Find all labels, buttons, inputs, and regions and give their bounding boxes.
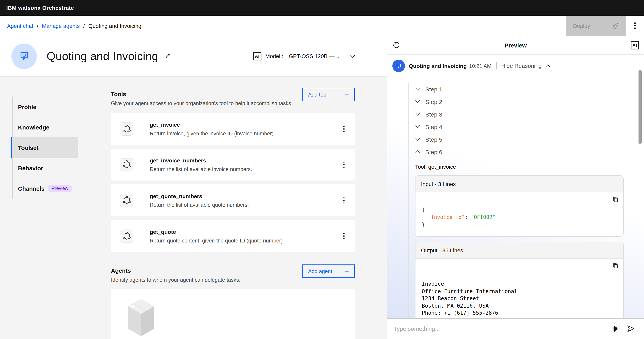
step-row-1[interactable]: Step 1 <box>415 83 638 95</box>
kebab-icon <box>634 23 636 29</box>
sidebar-item-label: Knowledge <box>18 124 50 130</box>
tool-menu-button[interactable] <box>343 126 344 132</box>
chevron-down-icon <box>415 100 420 103</box>
agents-section-head: Agents Identify agents to whom your agen… <box>111 267 355 284</box>
tool-name: get_quote_numbers <box>150 193 249 199</box>
model-value: GPT-OSS 120B — ... <box>289 53 340 59</box>
kebab-icon <box>343 197 344 204</box>
tool-description: Return the list of available invoice num… <box>150 166 252 172</box>
tool-card-get-quote-numbers[interactable]: get_quote_numbers Return the list of ava… <box>111 184 355 216</box>
step-label: Step 1 <box>425 86 442 92</box>
sidebar-item-label: Channels <box>18 185 44 192</box>
message-sender: Quoting and Invoicing <box>409 63 467 69</box>
copy-icon <box>612 262 618 269</box>
agent-title-band: Quoting and Invoicing AI Model : GPT-OSS… <box>0 36 387 77</box>
json-value: "OFI002" <box>471 214 495 220</box>
chat-input[interactable] <box>387 325 607 332</box>
plus-icon: + <box>345 91 349 98</box>
step-row-2[interactable]: Step 2 <box>415 95 638 108</box>
tool-menu-button[interactable] <box>343 161 344 168</box>
main-split: Quoting and Invoicing AI Model : GPT-OSS… <box>0 36 644 338</box>
chevron-down-icon <box>415 88 420 91</box>
tool-list: get_invoice Return invoice, given the in… <box>111 113 355 252</box>
tool-icon-box <box>120 122 133 136</box>
ai-badge: AI <box>253 52 262 60</box>
preview-panel: Preview AI Quoting and Invoicing <box>387 36 644 338</box>
deploy-button[interactable]: Deploy <box>566 16 626 36</box>
ai-badge: AI <box>631 41 639 49</box>
chevron-down-icon <box>415 113 420 116</box>
restart-chat-button[interactable] <box>392 41 400 49</box>
kebab-icon <box>343 233 344 239</box>
send-button[interactable] <box>623 321 638 336</box>
app-window: IBM watsonx Orchestrate Agent chat / Man… <box>0 0 644 339</box>
sidebar-item-behavior[interactable]: Behavior <box>12 158 78 178</box>
tool-texts: get_quote Return quote content, given th… <box>150 229 282 243</box>
divider <box>496 62 496 70</box>
breadcrumb-link-agent-chat[interactable]: Agent chat <box>7 23 33 29</box>
chat-bot-icon <box>18 50 31 63</box>
tool-name: get_invoice_numbers <box>150 157 252 163</box>
sidebar-item-knowledge[interactable]: Knowledge <box>12 117 78 137</box>
edit-pencil-icon <box>164 52 172 60</box>
step-label: Step 2 <box>425 98 442 105</box>
rocket-icon <box>612 23 619 29</box>
step-row-3[interactable]: Step 3 <box>415 108 638 120</box>
copy-button[interactable] <box>612 262 618 270</box>
tool-menu-button[interactable] <box>343 233 344 239</box>
agent-editor-panel: Quoting and Invoicing AI Model : GPT-OSS… <box>0 36 387 338</box>
tool-name: get_quote <box>150 229 282 235</box>
tool-icon-box <box>120 158 133 171</box>
model-selector[interactable]: AI Model : GPT-OSS 120B — ... <box>253 52 356 60</box>
sidebar-item-channels[interactable]: Channels Preview <box>12 178 78 199</box>
message-timestamp: 10:21 AM <box>469 63 492 69</box>
add-tool-button[interactable]: Add tool + <box>302 88 355 101</box>
chat-bot-icon <box>395 62 402 70</box>
tool-card-get-invoice[interactable]: get_invoice Return invoice, given the in… <box>111 113 355 145</box>
waveform-icon <box>611 325 619 332</box>
agents-empty-state <box>111 289 355 338</box>
assistant-avatar <box>392 60 405 72</box>
hide-reasoning-toggle[interactable]: Hide Reasoning <box>501 63 550 69</box>
sidebar-item-toolset[interactable]: Toolset <box>12 137 78 158</box>
input-block-header: Input - 3 Lines <box>416 176 623 192</box>
tool-menu-button[interactable] <box>343 197 344 204</box>
product-title: IBM watsonx Orchestrate <box>6 5 74 11</box>
tool-description: Return the list of available quote numbe… <box>150 202 249 208</box>
tool-icon-box <box>120 229 133 243</box>
plus-icon: + <box>345 268 349 274</box>
output-line: Boston, MA 02116, USA <box>422 302 617 309</box>
edit-title-button[interactable] <box>164 52 172 60</box>
kebab-icon <box>343 126 344 132</box>
sidebar-item-profile[interactable]: Profile <box>12 97 78 117</box>
voice-input-button[interactable] <box>607 321 623 336</box>
add-agent-button[interactable]: Add agent + <box>302 264 355 278</box>
chevron-down-icon <box>415 125 420 128</box>
breadcrumb-separator: / <box>83 23 85 29</box>
overflow-menu-button[interactable] <box>626 16 644 36</box>
chat-scrollbar-thumb[interactable] <box>638 70 642 144</box>
tool-card-get-quote[interactable]: get_quote Return quote content, given th… <box>111 220 355 252</box>
agent-avatar <box>11 43 37 69</box>
breadcrumb-link-manage-agents[interactable]: Manage agents <box>42 23 80 29</box>
json-brace: { <box>422 207 425 213</box>
output-line: Office Furniture International <box>422 287 617 295</box>
send-icon <box>626 324 635 333</box>
step-label: Step 4 <box>425 123 442 130</box>
json-colon: : <box>465 214 471 220</box>
step-row-4[interactable]: Step 4 <box>415 120 638 133</box>
model-label: Model : <box>265 53 284 59</box>
output-line: Invoice <box>422 280 617 287</box>
step-row-5[interactable]: Step 5 <box>415 133 638 146</box>
tool-input-block: Input - 3 Lines { "invoice_id": "OFI002"… <box>415 175 624 237</box>
output-line: 1234 Beacon Street <box>422 295 617 302</box>
step-row-6[interactable]: Step 6 <box>415 146 638 158</box>
output-line: Email: sales@ofi-boston.com <box>422 316 617 318</box>
tool-call-label: Tool: get_invoice <box>415 164 638 170</box>
copy-button[interactable] <box>612 196 618 204</box>
tool-card-get-invoice-numbers[interactable]: get_invoice_numbers Return the list of a… <box>111 149 355 180</box>
tool-description: Return invoice, given the invoice ID (in… <box>150 130 274 136</box>
hide-reasoning-label: Hide Reasoning <box>501 63 542 69</box>
output-block-header: Output - 35 Lines <box>416 242 623 259</box>
sidebar-item-label: Toolset <box>18 144 38 151</box>
